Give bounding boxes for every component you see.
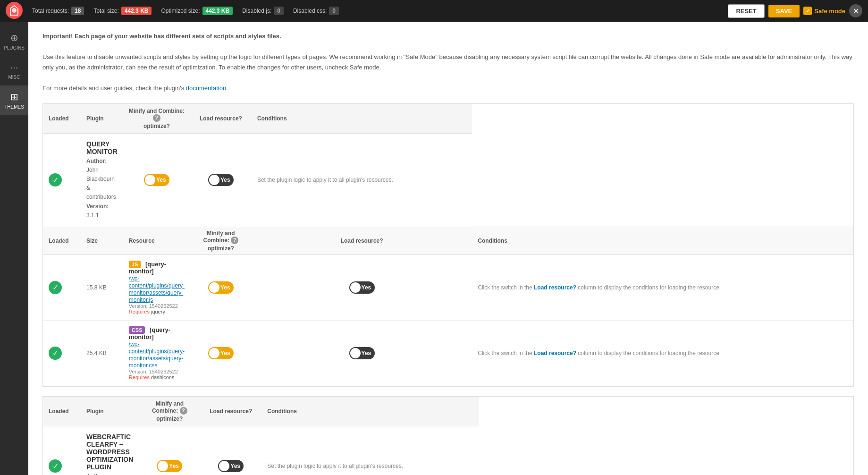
reset-button[interactable]: RESET — [728, 4, 764, 18]
disabled-css: Disabled css: 0 — [293, 7, 339, 15]
logo — [6, 2, 23, 20]
plugin-webcraftic-row: ✓ WEBCRAFTIC CLEARFY – WORDPRESS OPTIMIZ… — [43, 426, 853, 475]
plugin-load-toggle-2[interactable]: Yes — [206, 460, 256, 472]
res-minify-toggle[interactable]: Yes — [196, 281, 246, 294]
res-load-toggle[interactable]: Yes — [257, 281, 466, 294]
plugins-icon: ⊕ — [10, 32, 18, 43]
plugin-query-monitor-section: Loaded Plugin Minify and Combine: ? opti… — [42, 103, 854, 387]
res-type-js: JS — [129, 261, 141, 268]
res-type-css: CSS — [129, 326, 145, 334]
resource-loaded-check: ✓ — [49, 281, 62, 294]
optimized-size-value: 442.3 KB — [202, 7, 233, 15]
svg-point-1 — [12, 8, 17, 13]
disabled-css-value: 0 — [329, 7, 339, 15]
plugin-name-2: WEBCRAFTIC CLEARFY – WORDPRESS OPTIMIZAT… — [86, 433, 133, 471]
sidebar-item-themes[interactable]: ⊞ THEMES — [0, 85, 28, 115]
documentation-link[interactable]: documentation. — [186, 85, 228, 92]
resource-loaded-check-2: ✓ — [49, 347, 62, 360]
total-requests: Total requests: 18 — [32, 7, 84, 15]
minify-help-icon-2[interactable]: ? — [231, 237, 238, 244]
main-content: Important! Each page of your website has… — [28, 22, 868, 475]
plugin-table-header-2: Loaded Plugin Minify and Combine: ? opti… — [43, 397, 853, 426]
total-size-value: 442.3 KB — [121, 7, 152, 15]
plugin-load-toggle[interactable]: Yes — [196, 174, 246, 186]
plugin-table-header-1: Loaded Plugin Minify and Combine: ? opti… — [43, 104, 853, 134]
topbar: Total requests: 18 Total size: 442.3 KB … — [0, 0, 868, 22]
themes-icon: ⊞ — [10, 91, 18, 102]
sidebar-item-plugins[interactable]: ⊕ PLUGINS — [0, 26, 28, 56]
plugin-loaded-check-2: ✓ — [49, 459, 62, 473]
misc-icon: ··· — [10, 62, 18, 73]
plugin-name: QUERY MONITOR — [86, 140, 118, 155]
total-requests-value: 18 — [71, 7, 84, 15]
resource-css-query-monitor: ✓ 25.4 KB CSS [query-monitor] /wp-conten… — [43, 320, 853, 386]
plugin-webcraftic-section: Loaded Plugin Minify and Combine: ? opti… — [42, 396, 854, 475]
res-minify-toggle-2[interactable]: Yes — [196, 347, 246, 359]
minify-help-icon[interactable]: ? — [153, 114, 160, 122]
close-button[interactable]: ✕ — [849, 4, 862, 17]
plugin-minify-toggle-2[interactable]: Yes — [144, 460, 194, 472]
sidebar-item-misc[interactable]: ··· MISC — [0, 56, 28, 85]
res-path-link[interactable]: /wp-content/plugins/query-monitor/assets… — [129, 275, 185, 303]
disabled-js-value: 0 — [274, 7, 284, 15]
topbar-actions: RESET SAVE ✓ Safe mode ✕ — [728, 4, 862, 18]
total-size: Total size: 442.3 KB — [93, 7, 152, 15]
resource-js-query-monitor: ✓ 15.8 KB JS [query-monitor] /wp-content… — [43, 254, 853, 320]
plugin-meta: Author: John Blackbourn & contributors V… — [86, 157, 118, 220]
plugin-minify-toggle[interactable]: Yes — [129, 174, 185, 186]
safe-mode-check-icon: ✓ — [803, 7, 812, 15]
res-path-link-2[interactable]: /wp-content/plugins/query-monitor/assets… — [129, 341, 185, 369]
resource-header-row-1: Loaded Size Resource Minify and Combine:… — [43, 227, 853, 254]
save-button[interactable]: SAVE — [768, 5, 800, 17]
plugin-query-monitor-row: ✓ QUERY MONITOR Author: John Blackbourn … — [43, 133, 853, 227]
optimized-size: Optimized size: 442.3 KB — [161, 7, 233, 15]
info-box: Important! Each page of your website has… — [42, 31, 854, 94]
disabled-js: Disabled js: 0 — [242, 7, 284, 15]
safe-mode-toggle[interactable]: ✓ Safe mode — [803, 7, 845, 15]
res-load-toggle-2[interactable]: Yes — [257, 347, 466, 359]
plugin-loaded-check: ✓ — [49, 173, 62, 187]
minify-help-icon-3[interactable]: ? — [180, 407, 187, 415]
sidebar: ⊕ PLUGINS ··· MISC ⊞ THEMES — [0, 22, 28, 475]
